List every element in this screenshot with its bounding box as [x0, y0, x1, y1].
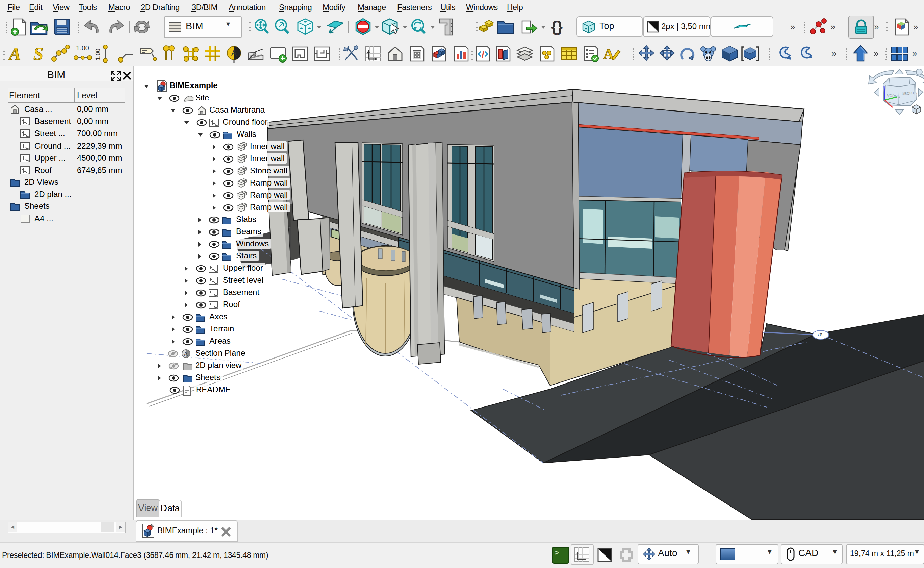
- svg-text:S: S: [33, 44, 43, 63]
- svg-text:{}: {}: [551, 18, 563, 35]
- svg-text:1.00: 1.00: [76, 44, 89, 52]
- svg-text:A: A: [231, 48, 237, 57]
- svg-text:1.00: 1.00: [95, 49, 101, 60]
- svg-text:A: A: [8, 44, 21, 63]
